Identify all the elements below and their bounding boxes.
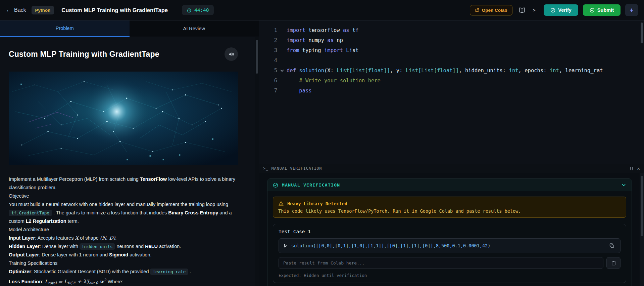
open-colab-button[interactable]: Open Colab	[470, 5, 512, 15]
problem-title: Custom MLP Training with GradientTape	[9, 50, 159, 59]
code-line[interactable]: 7 pass	[259, 86, 644, 96]
code-area: 1import tensorflow as tf2import numpy as…	[259, 25, 644, 96]
code-line[interactable]: 2import numpy as np	[259, 35, 644, 45]
copy-call-button[interactable]	[608, 242, 616, 250]
warning-text: This code likely uses TensorFlow/PyTorch…	[278, 208, 621, 214]
paste-result-button[interactable]	[606, 257, 621, 269]
back-button[interactable]: ← Back	[6, 7, 26, 13]
test-case-title: Test Case 1	[279, 229, 621, 234]
fold-spacer	[277, 45, 287, 55]
timer-value: 44:40	[194, 7, 209, 13]
problem-paragraph: Hidden Layer: Dense layer with hidden_un…	[9, 242, 238, 251]
speaker-icon	[228, 51, 235, 57]
heavy-library-warning: Heavy Library Detected This code likely …	[273, 197, 626, 218]
code-line[interactable]: 4	[259, 55, 644, 66]
terminal-header: >_ MANUAL VERIFICATION ×	[259, 164, 644, 173]
back-arrow-icon: ←	[6, 7, 11, 13]
code-text: pass	[287, 86, 312, 96]
topbar: ← Back Python Custom MLP Training with G…	[0, 0, 644, 21]
problem-paragraph: Optimizer: Stochastic Gradient Descent (…	[9, 268, 238, 276]
language-badge: Python	[32, 6, 54, 14]
lightning-bolt-icon	[629, 7, 635, 13]
submit-label: Submit	[597, 7, 614, 13]
warning-title-row: Heavy Library Detected	[278, 201, 621, 206]
code-text: # Write your solution here	[287, 76, 381, 86]
terminal-prompt-icon: >_	[263, 166, 268, 171]
fold-spacer	[277, 35, 287, 45]
check-circle-icon	[273, 182, 278, 188]
line-number: 2	[259, 35, 277, 45]
problem-paragraph: Loss Function: Ltotal = LBCE + λ∑w∈θ w2 …	[9, 276, 238, 286]
terminal-panel-title: MANUAL VERIFICATION	[271, 166, 322, 171]
tab-problem[interactable]: Problem	[0, 21, 130, 37]
line-number: 7	[259, 86, 277, 96]
problem-scrollbar[interactable]	[255, 37, 259, 286]
fold-spacer	[277, 76, 287, 86]
tab-ai-review-label: AI Review	[183, 26, 205, 31]
book-icon	[518, 7, 526, 14]
code-text: def solution(X: List[List[float]], y: Li…	[287, 66, 603, 76]
problem-paragraph: Input Layer: Accepts features X of shape…	[9, 234, 238, 242]
chevron-down-icon	[621, 182, 626, 188]
submit-button[interactable]: Submit	[583, 4, 621, 16]
problem-body: Implement a Multilayer Perceptron (MLP) …	[9, 175, 238, 286]
manual-verification-toggle[interactable]: MANUAL VERIFICATION	[267, 179, 632, 191]
read-aloud-button[interactable]	[225, 47, 238, 61]
problem-paragraph: Implement a Multilayer Perceptron (MLP) …	[9, 175, 238, 192]
code-line[interactable]: 1import tensorflow as tf	[259, 25, 644, 35]
fold-spacer	[277, 86, 287, 96]
warning-triangle-icon	[278, 201, 284, 206]
editor-scrollbar-thumb[interactable]	[641, 23, 643, 43]
terminal-toggle-button[interactable]: >_	[532, 6, 539, 14]
drag-handle-icon[interactable]	[630, 167, 634, 170]
challenge-title: Custom MLP Training with GradientTape	[61, 7, 168, 13]
problem-paragraph: You must build a neural network with one…	[9, 200, 238, 226]
problem-paragraph: Output Layer: Dense layer with 1 neuron …	[9, 251, 238, 259]
back-label: Back	[14, 7, 26, 13]
verification-body: MANUAL VERIFICATION	[259, 173, 644, 286]
main-split: Problem AI Review Custom MLP Training wi…	[0, 21, 644, 286]
fold-spacer	[277, 55, 287, 66]
warning-title: Heavy Library Detected	[287, 201, 347, 206]
verification-scrollbar-thumb[interactable]	[641, 176, 643, 236]
problem-paragraph: Training Specifications	[9, 259, 238, 268]
line-number: 5	[259, 66, 277, 76]
code-line[interactable]: 3from typing import List	[259, 45, 644, 55]
line-number: 1	[259, 25, 277, 35]
code-text: import numpy as np	[287, 35, 343, 45]
problem-panel: Problem AI Review Custom MLP Training wi…	[0, 21, 259, 286]
editor-scrollbar[interactable]	[640, 21, 644, 164]
result-input-row	[279, 257, 621, 269]
verification-scrollbar[interactable]	[640, 173, 644, 286]
stopwatch-icon	[187, 8, 192, 13]
code-line[interactable]: 5def solution(X: List[List[float]], y: L…	[259, 66, 644, 76]
code-line[interactable]: 6 # Write your solution here	[259, 76, 644, 86]
fold-chevron-icon[interactable]	[277, 66, 287, 76]
tab-problem-label: Problem	[56, 26, 74, 31]
verification-panel: >_ MANUAL VERIFICATION ×	[259, 164, 644, 286]
close-terminal-button[interactable]: ×	[637, 166, 640, 171]
problem-scrollbar-thumb[interactable]	[256, 40, 258, 74]
problem-header: Custom MLP Training with GradientTape	[9, 47, 238, 61]
power-actions-button[interactable]	[625, 4, 638, 16]
tab-ai-review[interactable]: AI Review	[130, 21, 259, 37]
code-editor[interactable]: 1import tensorflow as tf2import numpy as…	[259, 21, 644, 164]
verify-button[interactable]: Verify	[544, 4, 578, 16]
timer-chip: 44:40	[182, 5, 214, 15]
line-number: 4	[259, 55, 277, 66]
problem-hero-image	[9, 72, 238, 165]
manual-verification-title: MANUAL VERIFICATION	[282, 182, 340, 188]
expected-note: Expected: Hidden until verification	[279, 273, 621, 278]
terminal-icon: >_	[533, 7, 538, 13]
close-icon: ×	[637, 166, 640, 171]
check-circle-icon	[590, 8, 595, 13]
topbar-actions: Open Colab >_ Verify Submit	[470, 4, 638, 16]
left-tabs: Problem AI Review	[0, 21, 259, 37]
result-input[interactable]	[279, 257, 603, 269]
line-number: 3	[259, 45, 277, 55]
external-link-icon	[475, 8, 479, 12]
code-text: from typing import List	[287, 45, 359, 55]
clipboard-icon	[611, 260, 616, 265]
docs-book-button[interactable]	[517, 5, 527, 15]
test-case-call: solution([[0,0],[0,1],[1,0],[1,1]],[[0],…	[291, 243, 604, 248]
